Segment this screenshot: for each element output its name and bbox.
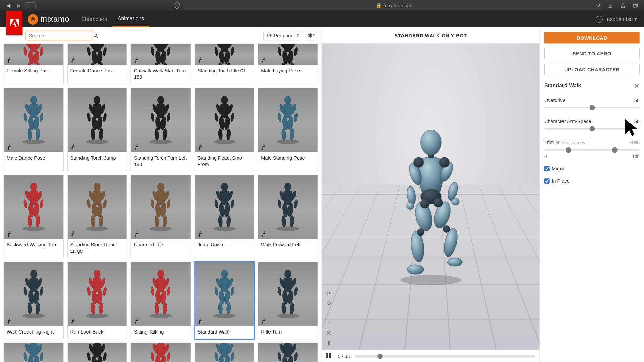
- reload-icon[interactable]: ⟳: [597, 3, 601, 8]
- animation-card[interactable]: Catwalk Walk Start Turn 180: [131, 43, 191, 84]
- per-page-select[interactable]: 96 Per page: [263, 30, 302, 40]
- svg-point-103: [277, 140, 299, 144]
- inplace-input[interactable]: [544, 178, 550, 184]
- slider-trim[interactable]: [544, 147, 640, 153]
- animation-card[interactable]: Jump Down: [194, 175, 254, 258]
- animation-card[interactable]: [194, 343, 254, 362]
- animation-thumbnail: [68, 44, 127, 65]
- grid-settings-button[interactable]: [305, 30, 317, 40]
- animation-thumbnail: [4, 175, 63, 239]
- svg-point-132: [96, 203, 103, 217]
- animation-card[interactable]: Male Standing Pose: [258, 88, 318, 171]
- inplace-checkbox[interactable]: In Place: [544, 178, 640, 184]
- animation-card[interactable]: Male Dance Pose: [4, 88, 64, 171]
- mixamo-icon: [28, 14, 38, 25]
- svg-point-191: [150, 314, 172, 318]
- animation-card[interactable]: Standing Torch Idle 01: [194, 43, 254, 84]
- svg-point-104: [285, 96, 291, 104]
- animation-card[interactable]: Backward Walking Turn: [4, 175, 64, 258]
- site-header: mixamo Characters Animations ? asddsadsa…: [0, 11, 644, 27]
- svg-point-131: [91, 203, 98, 217]
- svg-point-88: [160, 116, 167, 130]
- search-button[interactable]: [93, 31, 98, 40]
- animation-thumbnail: [131, 343, 190, 362]
- search-box: [26, 30, 92, 40]
- animation-card[interactable]: Walk Crouching Right: [4, 262, 64, 339]
- svg-point-141: [166, 199, 171, 209]
- camera-icon[interactable]: ▮: [326, 339, 333, 346]
- share-icon[interactable]: [618, 1, 627, 10]
- tab-characters[interactable]: Characters: [76, 11, 112, 27]
- send-to-aero-button[interactable]: SEND TO AERO: [544, 48, 640, 59]
- animation-thumbnail: [195, 343, 254, 362]
- animation-grid-scroll[interactable]: Female Sitting Pose Female Dance Pose: [0, 43, 322, 362]
- pan-icon[interactable]: ✥: [326, 300, 333, 307]
- mirror-input[interactable]: [544, 166, 550, 171]
- animation-card[interactable]: Standing Block React Large: [67, 175, 127, 258]
- help-icon[interactable]: ?: [596, 16, 603, 23]
- svg-point-125: [86, 227, 108, 231]
- orbit-icon[interactable]: ⟳: [326, 290, 333, 297]
- animation-card[interactable]: Rifle Turn: [258, 262, 318, 339]
- svg-point-218: [293, 287, 298, 296]
- animation-card[interactable]: Walk Forward Left: [258, 175, 318, 258]
- browser-forward-button[interactable]: ▶: [15, 2, 23, 10]
- svg-point-210: [218, 302, 223, 314]
- download-icon[interactable]: [606, 1, 614, 10]
- animation-thumbnail: [258, 88, 317, 152]
- animation-card[interactable]: Sitting Talking: [131, 262, 191, 339]
- animation-card[interactable]: Run Look Back: [67, 262, 127, 339]
- browser-back-button[interactable]: ◀: [4, 2, 12, 10]
- focus-icon[interactable]: ◎: [326, 329, 333, 336]
- svg-point-89: [154, 128, 159, 140]
- timeline-thumb[interactable]: [377, 354, 383, 359]
- animation-card[interactable]: Standing Torch Turn Left 180: [131, 88, 191, 171]
- svg-point-71: [94, 96, 101, 104]
- svg-point-282: [447, 258, 462, 266]
- svg-point-289: [417, 229, 424, 236]
- svg-point-188: [91, 302, 96, 314]
- trim-reset[interactable]: reset: [630, 140, 639, 145]
- zoom-in-icon[interactable]: ＋: [326, 309, 333, 316]
- browser-address-bar[interactable]: 🔒 mixamo.com ⟳: [183, 1, 603, 10]
- toolbar: 96 Per page: [0, 27, 322, 44]
- animation-card[interactable]: [67, 343, 127, 362]
- svg-point-180: [86, 314, 108, 318]
- mixamo-logo[interactable]: mixamo: [28, 14, 69, 25]
- tabs-icon[interactable]: [631, 1, 639, 10]
- adobe-logo[interactable]: [6, 11, 22, 35]
- animation-card[interactable]: [4, 343, 64, 362]
- svg-point-43: [218, 50, 225, 64]
- tab-animations[interactable]: Animations: [112, 11, 149, 27]
- browser-sidebar-toggle[interactable]: [26, 2, 36, 9]
- svg-point-30: [150, 47, 155, 56]
- user-menu[interactable]: asddsadsa ▾: [607, 16, 637, 22]
- svg-point-154: [223, 203, 230, 217]
- animation-card[interactable]: [258, 343, 318, 362]
- animation-card[interactable]: Standing React Small From: [194, 88, 254, 171]
- animation-card[interactable]: Female Sitting Pose: [4, 43, 64, 84]
- animation-card[interactable]: Unarmed Idle: [131, 175, 191, 258]
- animation-card[interactable]: [131, 343, 191, 362]
- timeline-track[interactable]: [355, 355, 535, 358]
- close-panel-icon[interactable]: ✕: [634, 82, 640, 89]
- svg-point-202: [213, 314, 236, 318]
- privacy-shield-icon[interactable]: [174, 2, 181, 9]
- animation-thumbnail: [4, 88, 63, 152]
- svg-point-147: [213, 227, 236, 231]
- pause-button[interactable]: [326, 353, 333, 360]
- animation-card[interactable]: Female Dance Pose: [67, 43, 127, 84]
- svg-point-70: [86, 140, 108, 144]
- upload-character-button[interactable]: UPLOAD CHARACTER: [544, 64, 640, 75]
- animation-title: Walk Forward Left: [258, 239, 317, 251]
- download-button[interactable]: DOWNLOAD: [544, 32, 640, 43]
- slider-overdrive[interactable]: [544, 105, 640, 111]
- zoom-out-icon[interactable]: －: [326, 319, 333, 326]
- search-input[interactable]: [26, 33, 93, 38]
- animation-card[interactable]: Standing Torch Jump: [67, 88, 127, 171]
- animation-card[interactable]: Male Laying Pose: [258, 43, 318, 84]
- animation-card[interactable]: Standard Walk: [194, 262, 254, 339]
- preview-viewport[interactable]: ⟳ ✥ ＋ － ◎ ▮: [322, 43, 539, 350]
- mirror-checkbox[interactable]: Mirror: [544, 166, 640, 171]
- slider-armspace[interactable]: [544, 126, 640, 132]
